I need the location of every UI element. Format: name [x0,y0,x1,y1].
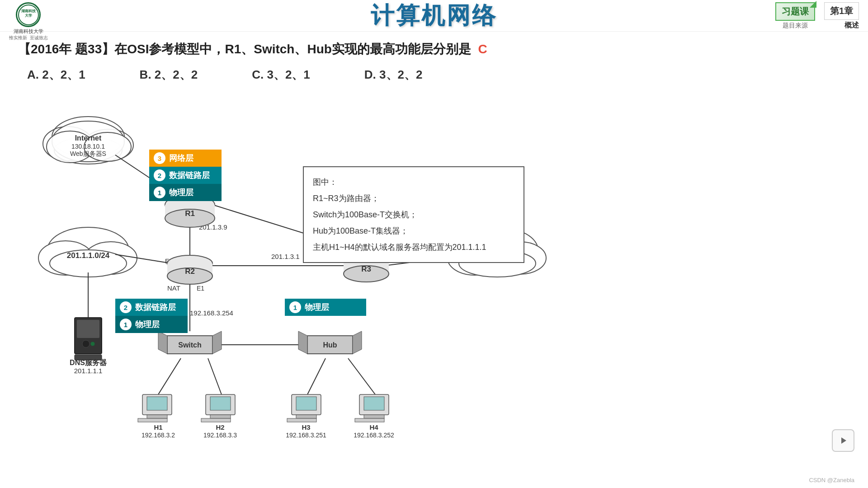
header-title: 计算机网络 [371,0,497,32]
svg-text:H1: H1 [154,423,162,431]
svg-marker-98 [841,437,846,444]
svg-marker-61 [158,331,167,354]
svg-text:湖南科技: 湖南科技 [21,9,36,13]
svg-rect-75 [147,397,167,410]
svg-text:R1: R1 [185,209,195,218]
svg-text:Internet: Internet [75,134,102,142]
svg-text:130.18.10.1: 130.18.10.1 [71,143,105,150]
svg-line-37 [348,358,375,394]
svg-rect-93 [364,397,384,410]
svg-rect-77 [138,418,167,422]
exercise-badge: 习题课 [775,2,815,21]
svg-text:201.1.1.0/24: 201.1.1.0/24 [67,251,110,260]
svg-rect-82 [210,415,231,418]
option-c: C. 3、2、1 [252,67,310,83]
svg-text:NAT: NAT [167,284,180,292]
net201-cloud: 201.1.1.0/24 [38,227,137,277]
svg-text:192.168.3.3: 192.168.3.3 [203,432,237,439]
svg-marker-64 [353,331,362,354]
option-b: B. 2、2、2 [140,67,198,83]
play-button[interactable] [832,429,854,452]
layer-r1-3: 3 网络层 [149,150,222,167]
svg-marker-65 [298,331,307,354]
svg-rect-81 [210,397,231,410]
layer-num-2: 2 [154,169,165,181]
svg-text:201.1.1.1: 201.1.1.1 [74,367,103,375]
chapter-badge: 第1章 [824,2,859,20]
info-line-1: R1~R3为路由器； [313,190,514,206]
layer-num-1: 1 [154,187,165,198]
svg-rect-87 [296,397,316,410]
layer-r1-1: 1 物理层 [149,184,222,201]
svg-text:Switch: Switch [178,341,202,349]
info-line-0: 图中： [313,174,514,190]
svg-text:192.168.3.252: 192.168.3.252 [354,432,394,439]
svg-text:DNS服务器: DNS服务器 [70,359,107,366]
layer-num-sw-1: 1 [120,319,132,330]
svg-text:Hub: Hub [323,341,337,349]
svg-marker-60 [212,331,222,354]
svg-point-70 [90,342,95,346]
svg-text:192.168.3.254: 192.168.3.254 [190,309,233,317]
hub-layers: 1 物理层 [285,299,366,316]
info-line-3: Hub为100Base-T集线器； [313,223,514,239]
option-d: D. 3、2、2 [364,67,423,83]
svg-text:H2: H2 [216,423,224,431]
layer-num-hub-1: 1 [289,301,301,313]
svg-rect-95 [355,418,384,422]
logo-circle: 湖南科技 大学 [16,2,41,27]
svg-rect-88 [296,415,316,418]
layer-num-sw-2: 2 [120,301,132,313]
info-line-4: 主机H1~H4的默认域名服务器均配置为201.1.1.1 [313,239,514,255]
watermark: CSDN @Zanebla [809,477,854,483]
layer-r1-2: 2 数据链路层 [149,167,222,184]
svg-text:大学: 大学 [24,14,32,18]
svg-text:R3: R3 [361,265,371,273]
svg-line-36 [307,358,326,394]
option-a: A. 2、2、1 [27,67,85,83]
svg-point-69 [82,340,90,347]
svg-rect-89 [287,418,316,422]
main-content: 【2016年 题33】在OSI参考模型中，R1、Switch、Hub实现的最高功… [0,32,868,449]
svg-text:Web服务器S: Web服务器S [70,150,106,157]
svg-text:192.168.3.251: 192.168.3.251 [286,432,326,439]
diagram-svg: Internet 130.18.10.1 Web服务器S 201.1.1.0/2… [18,96,850,440]
svg-text:E1: E1 [197,285,204,292]
answer-badge: C [478,42,487,56]
network-diagram: Internet 130.18.10.1 Web服务器S 201.1.1.0/2… [18,96,850,440]
svg-rect-94 [364,415,384,418]
options-row: A. 2、2、1 B. 2、2、2 C. 3、2、1 D. 3、2、2 [18,67,850,83]
layer-hub-1: 1 物理层 [285,299,366,316]
info-box: 图中： R1~R3为路由器； Switch为100Base-T交换机； Hub为… [303,166,524,263]
header-right: 习题课 题目来源 第1章 概述 [775,2,859,30]
svg-rect-83 [201,418,231,422]
svg-line-35 [208,358,222,394]
svg-text:201.1.3.1: 201.1.3.1 [271,253,300,260]
internet-cloud: Internet 130.18.10.1 Web服务器S [43,117,133,164]
layer-sw-2: 2 数据链路层 [115,299,188,316]
r1-layers: 3 网络层 2 数据链路层 1 物理层 [149,150,222,201]
svg-text:H4: H4 [369,423,378,431]
layer-sw-1: 1 物理层 [115,316,188,333]
question-title: 【2016年 题33】在OSI参考模型中，R1、Switch、Hub实现的最高功… [18,41,850,58]
svg-line-34 [158,358,181,394]
header: 湖南科技 大学 湖南科技大学 惟实惟新 至诚致志 计算机网络 习题课 题目来源 … [0,0,868,32]
svg-rect-76 [147,415,167,418]
svg-rect-68 [77,320,99,338]
svg-text:H3: H3 [302,423,310,431]
switch-layers: 2 数据链路层 1 物理层 [115,299,188,333]
layer-num-3: 3 [154,152,165,164]
svg-text:192.168.3.2: 192.168.3.2 [142,432,175,439]
svg-text:R2: R2 [185,267,195,276]
info-line-2: Switch为100Base-T交换机； [313,206,514,223]
